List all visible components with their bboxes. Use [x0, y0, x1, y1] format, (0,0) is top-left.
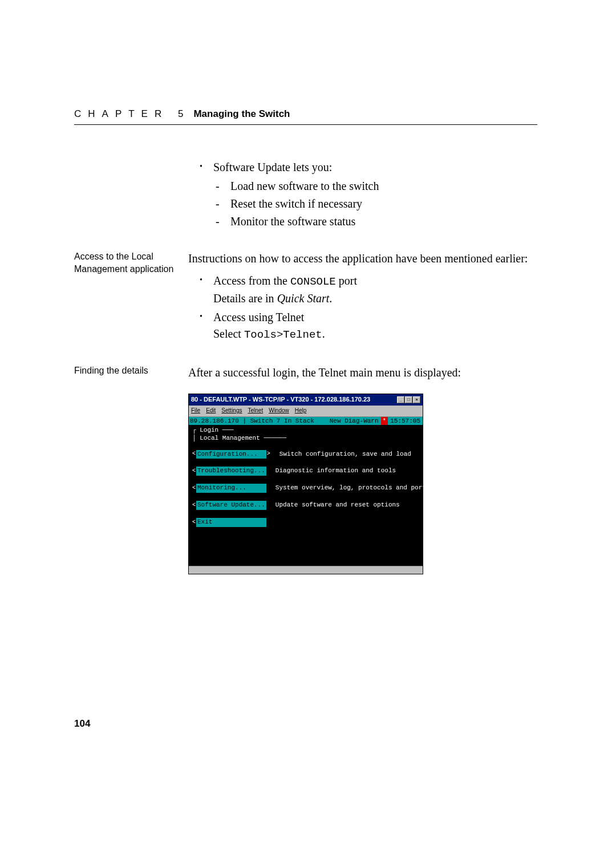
chapter-header: CHAPTER 5 Managing the Switch [74, 108, 537, 125]
menu-desc: Diagnostic information and tools [275, 467, 396, 476]
chapter-label: CHAPTER 5 [74, 108, 190, 120]
menu-edit[interactable]: Edit [206, 407, 216, 415]
menu-row-exit: < Exit [192, 518, 419, 527]
sub-text: Load new software to the switch [230, 178, 379, 194]
menu-desc: Update software and reset options [275, 501, 400, 510]
terminal-status-line: 89.28.186.170 | Switch 7 In Stack New Di… [189, 417, 423, 425]
menu-row-software-update: < Software Update... Update software and… [192, 501, 419, 510]
bullet-telnet-access: • Access using Telnet Select Tools>Telne… [200, 309, 537, 343]
window-titlebar: 80 - DEFAULT.WTP - WS-TCP/IP - VT320 - 1… [189, 394, 423, 406]
menu-help[interactable]: Help [295, 407, 307, 415]
menu-desc: Switch configuration, save and load [279, 450, 411, 459]
close-icon[interactable]: × [413, 396, 420, 403]
inline-code: CONSOLE [290, 275, 336, 288]
sub-text: Monitor the software status [230, 213, 355, 230]
bullet-software-update: • Software Update lets you: [200, 159, 537, 176]
window-title: 80 - DEFAULT.WTP - WS-TCP/IP - VT320 - 1… [191, 395, 396, 404]
sub-item: - Load new software to the switch [216, 178, 537, 194]
paragraph: After a successful login, the Telnet mai… [188, 364, 537, 381]
sidebar-heading: Access to the Local Management applicati… [74, 250, 188, 345]
window-statusbar [189, 566, 423, 574]
sidebar-heading: Finding the details [74, 364, 188, 574]
menu-button[interactable]: Exit [196, 518, 266, 527]
menu-file[interactable]: File [191, 407, 200, 415]
inline-code: Tools>Telnet [244, 329, 322, 341]
maximize-icon[interactable]: □ [405, 396, 412, 403]
bullet-text: Software Update lets you: [213, 159, 332, 176]
paragraph: Instructions on how to access the applic… [188, 250, 537, 267]
window-menubar: File Edit Settings Telnet Window Help [189, 406, 423, 417]
menu-row-configuration: < Configuration... > Switch configuratio… [192, 450, 419, 459]
menu-row-troubleshooting: < Troubleshooting... Diagnostic informat… [192, 467, 419, 476]
sub-text: Reset the switch if necessary [230, 196, 362, 212]
menu-button[interactable]: Monitoring... [196, 484, 266, 493]
status-dot: * [381, 417, 388, 425]
menu-button[interactable]: Configuration... [196, 450, 266, 459]
bullet-console-access: • Access from the CONSOLE port Details a… [200, 273, 537, 307]
menu-desc: System overview, log, protocols and port… [275, 484, 452, 493]
menu-settings[interactable]: Settings [221, 407, 242, 415]
menu-button[interactable]: Troubleshooting... [196, 467, 266, 476]
page-number: 104 [74, 718, 90, 730]
menu-button[interactable]: Software Update... [196, 501, 266, 510]
terminal-body: 89.28.186.170 | Switch 7 In Stack New Di… [189, 417, 423, 566]
menu-window[interactable]: Window [269, 407, 289, 415]
chapter-title: Managing the Switch [193, 108, 290, 120]
sub-item: - Reset the switch if necessary [216, 196, 537, 212]
reference-italic: Quick Start [277, 292, 330, 305]
menu-row-monitoring: < Monitoring... System overview, log, pr… [192, 484, 419, 493]
minimize-icon[interactable]: _ [397, 396, 404, 403]
menu-telnet[interactable]: Telnet [248, 407, 264, 415]
sub-item: - Monitor the software status [216, 213, 537, 230]
telnet-screenshot: 80 - DEFAULT.WTP - WS-TCP/IP - VT320 - 1… [188, 394, 423, 574]
